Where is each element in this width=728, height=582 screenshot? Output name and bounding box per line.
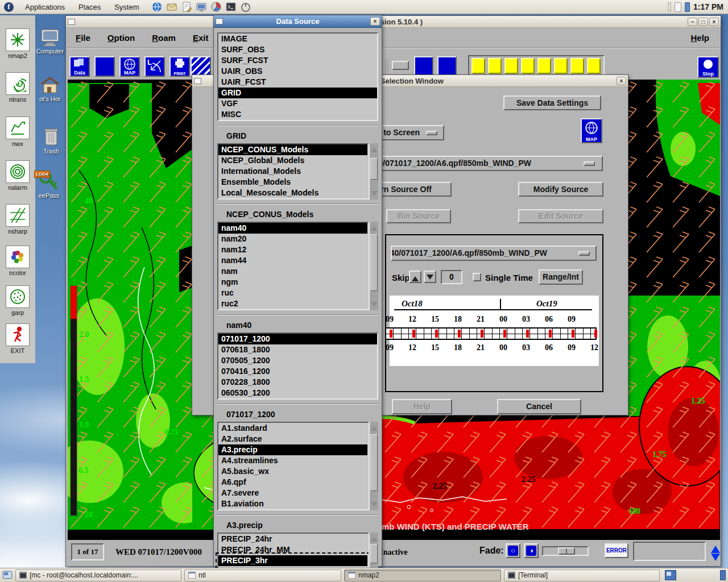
panel-indicator-icon[interactable] <box>685 2 690 12</box>
timeline-tick-mark[interactable] <box>412 330 415 338</box>
list-item[interactable]: B1.aviation <box>218 498 367 509</box>
skip-down-button[interactable] <box>424 271 436 283</box>
desktop-icon-keepass[interactable]: LOG4 eePass <box>34 169 64 199</box>
list-item[interactable]: GRID <box>218 88 377 98</box>
window-list-icon[interactable] <box>2 570 13 580</box>
list-item[interactable]: nam20 <box>218 234 367 244</box>
system-monitor-icon[interactable] <box>210 1 222 13</box>
desktop-icon-computer[interactable]: Computer <box>35 28 65 55</box>
taskbar-item-mc[interactable]: [mc - root@localhost.localdomain:... <box>15 569 181 581</box>
image-product-button[interactable] <box>191 56 211 77</box>
launcher-nwx[interactable]: nwx <box>5 117 30 147</box>
scroll-down-icon[interactable] <box>370 191 378 199</box>
timeline-tick-mark[interactable] <box>435 330 438 338</box>
taskbar-item-terminal[interactable]: [Terminal] <box>504 569 660 581</box>
list-item[interactable]: PRECIP_3hr <box>218 555 367 566</box>
error-button[interactable]: ERROR <box>605 543 628 558</box>
launcher-nmap2[interactable]: nmap2 <box>5 28 30 59</box>
timeline-tick-mark[interactable] <box>549 330 552 338</box>
email-icon[interactable] <box>166 1 177 13</box>
list-item[interactable]: UAIR_OBS <box>218 66 377 77</box>
spin-up-icon[interactable] <box>711 541 720 553</box>
data-button[interactable]: Data <box>69 56 90 77</box>
list-item[interactable]: ngm <box>218 277 367 288</box>
list-item[interactable]: A7.severe <box>218 488 367 498</box>
frame-button[interactable] <box>488 58 502 74</box>
window-menu-icon[interactable] <box>194 78 201 84</box>
scrollbar[interactable] <box>369 422 378 510</box>
launcher-ntrans[interactable]: ntrans <box>5 72 30 103</box>
menu-item[interactable]: Option <box>99 33 143 43</box>
stop-button[interactable]: Stop <box>697 56 719 78</box>
shutdown-icon[interactable] <box>240 1 251 13</box>
list-item[interactable]: UAIR_FCST <box>218 77 377 88</box>
list-item[interactable]: A5.basic_wx <box>218 466 367 477</box>
frame-blue-button-2[interactable] <box>437 56 457 76</box>
scroll-down-icon[interactable] <box>370 302 378 310</box>
scrollbar-thumb[interactable] <box>370 158 378 180</box>
list-item[interactable]: International_Models <box>218 166 367 177</box>
scroll-up-icon[interactable] <box>370 144 378 152</box>
list-item[interactable]: 060530_1200 <box>218 388 377 398</box>
list-item[interactable]: 070228_1800 <box>218 377 377 388</box>
list-item[interactable]: Local_Mesoscale_Models <box>218 188 367 198</box>
map-settings-button[interactable]: MAP <box>581 118 602 143</box>
fade-slider-handle[interactable] <box>558 547 575 555</box>
battery-status-icon[interactable] <box>675 2 681 12</box>
panel-menu[interactable]: System <box>107 0 146 14</box>
list-item[interactable]: 070505_1200 <box>218 355 377 366</box>
close-icon[interactable]: × <box>709 18 719 26</box>
launcher-garp[interactable]: garp <box>5 285 30 316</box>
list-item[interactable]: nam40 <box>218 223 367 234</box>
save-data-settings-button[interactable]: Save Data Settings <box>503 95 601 110</box>
list-item[interactable]: PRECIP_24hr_MM <box>218 544 367 555</box>
modify-source-button[interactable]: Modify Source <box>518 182 603 197</box>
scroll-up-icon[interactable] <box>370 533 378 541</box>
list-item[interactable]: A4.streamlines <box>218 455 367 466</box>
maximize-icon[interactable]: □ <box>698 18 708 26</box>
scrollbar[interactable] <box>369 143 378 199</box>
frame-button[interactable] <box>521 58 535 74</box>
list-item[interactable]: ruc <box>218 288 367 298</box>
scrollbar-thumb[interactable] <box>370 544 378 563</box>
list-item[interactable]: ruc2 <box>218 298 367 309</box>
fade-slider[interactable] <box>542 546 589 556</box>
frame-button[interactable] <box>537 58 551 74</box>
window-menu-icon[interactable] <box>68 19 75 25</box>
menu-item[interactable]: Roam <box>143 33 184 43</box>
launcher-ncolor[interactable]: ncolor <box>5 246 30 276</box>
screenshot-tool-icon[interactable] <box>196 1 207 13</box>
documents-icon[interactable] <box>181 1 192 13</box>
timeline-bar[interactable] <box>385 327 597 340</box>
source-option-menu[interactable]: nam40/071017_1200/A6.qpf/850mb_WIND_PW <box>344 156 603 171</box>
timeline[interactable]: Oct18 Oct19 091215182100030609 091215182… <box>390 296 599 366</box>
zoom-spinner[interactable] <box>710 541 721 564</box>
source-option-menu-2[interactable]: nam40/071017_1200/A6.qpf/850mb_WIND_PW <box>391 246 597 261</box>
list-item[interactable]: SURF_FCST <box>218 55 377 66</box>
workspace-pager[interactable] <box>665 570 676 580</box>
close-icon[interactable]: × <box>617 77 626 85</box>
skip-up-button[interactable] <box>409 271 421 283</box>
list-item[interactable]: PRECIP_24hr <box>218 534 367 544</box>
menu-item[interactable]: File <box>67 33 99 43</box>
timeline-tick-mark[interactable] <box>390 330 392 338</box>
list-item[interactable]: A1.standard <box>218 423 367 434</box>
fade-on-button[interactable]: ○ <box>506 543 520 558</box>
cancel-button[interactable]: Cancel <box>497 399 581 414</box>
toolbar-handle[interactable] <box>385 59 388 74</box>
close-icon[interactable]: × <box>370 17 380 26</box>
list-item[interactable]: A6.qpf <box>218 477 367 488</box>
data-source-titlebar[interactable]: Data Source × <box>214 15 382 28</box>
list-item[interactable]: 071017_1200 <box>218 334 377 344</box>
fedora-menu-icon[interactable]: f <box>4 2 14 12</box>
skip-value-field[interactable]: 0 <box>441 270 462 284</box>
timeline-tick-mark[interactable] <box>458 330 461 338</box>
frame-button[interactable] <box>587 58 601 74</box>
minimize-icon[interactable]: – <box>688 18 697 26</box>
scroll-down-icon[interactable] <box>370 502 378 510</box>
list-item[interactable]: IMAGE <box>218 34 377 44</box>
loop-button[interactable]: L <box>144 56 165 77</box>
frame-button[interactable] <box>471 58 485 74</box>
taskbar-item-nmap2[interactable]: nmap2 <box>344 569 501 581</box>
range-int-button[interactable]: Range/Int <box>539 269 583 285</box>
